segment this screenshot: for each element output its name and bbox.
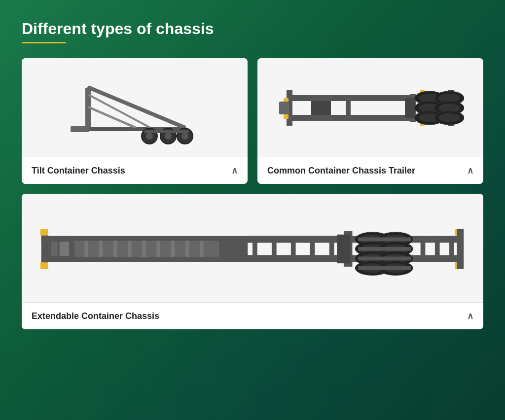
svg-rect-62 bbox=[272, 236, 277, 262]
svg-point-8 bbox=[146, 133, 153, 140]
svg-rect-52 bbox=[171, 241, 175, 257]
svg-rect-50 bbox=[142, 241, 146, 257]
svg-rect-67 bbox=[337, 235, 350, 263]
svg-rect-93 bbox=[449, 236, 454, 262]
common-chassis-svg bbox=[277, 61, 464, 154]
svg-line-4 bbox=[89, 107, 135, 127]
svg-rect-57 bbox=[60, 242, 69, 256]
svg-rect-51 bbox=[156, 241, 160, 257]
svg-rect-58 bbox=[219, 242, 248, 255]
svg-rect-56 bbox=[51, 242, 58, 256]
card-tilt-chevron: ∧ bbox=[231, 165, 238, 176]
svg-rect-49 bbox=[128, 241, 132, 257]
card-tilt-image bbox=[22, 58, 248, 157]
svg-rect-89 bbox=[358, 257, 411, 261]
svg-rect-65 bbox=[329, 236, 334, 262]
card-common-label[interactable]: Common Container Chassis Trailer ∧ bbox=[257, 157, 483, 184]
card-common: Common Container Chassis Trailer ∧ bbox=[257, 58, 483, 184]
svg-rect-47 bbox=[99, 241, 103, 257]
svg-rect-13 bbox=[144, 130, 189, 133]
svg-point-10 bbox=[165, 133, 172, 140]
svg-rect-87 bbox=[358, 238, 411, 242]
svg-rect-88 bbox=[358, 247, 411, 251]
title-underline bbox=[22, 42, 66, 43]
svg-rect-48 bbox=[113, 241, 117, 257]
card-common-chevron: ∧ bbox=[467, 165, 473, 176]
svg-rect-39 bbox=[279, 102, 289, 114]
svg-rect-44 bbox=[40, 262, 48, 269]
top-grid: Tilt Container Chassis ∧ bbox=[22, 58, 483, 184]
card-extendable-image bbox=[22, 194, 483, 302]
card-tilt-label[interactable]: Tilt Container Chassis ∧ bbox=[22, 157, 248, 184]
card-common-image bbox=[257, 58, 483, 157]
svg-rect-92 bbox=[435, 236, 440, 262]
card-extendable-label-text: Extendable Container Chassis bbox=[32, 311, 159, 321]
card-extendable-label[interactable]: Extendable Container Chassis ∧ bbox=[22, 302, 483, 329]
card-extendable-chevron: ∧ bbox=[467, 311, 473, 321]
svg-rect-64 bbox=[310, 236, 315, 262]
svg-rect-19 bbox=[346, 95, 351, 121]
svg-rect-20 bbox=[311, 101, 331, 115]
svg-rect-54 bbox=[200, 241, 204, 257]
card-extendable: Extendable Container Chassis ∧ bbox=[22, 194, 483, 329]
card-common-label-text: Common Container Chassis Trailer bbox=[267, 166, 415, 176]
svg-rect-6 bbox=[71, 126, 86, 132]
svg-rect-43 bbox=[40, 229, 48, 236]
page-title: Different types of chassis bbox=[22, 20, 483, 38]
svg-rect-70 bbox=[457, 229, 464, 269]
svg-rect-91 bbox=[421, 236, 426, 262]
svg-rect-90 bbox=[358, 266, 411, 270]
svg-point-12 bbox=[181, 133, 188, 140]
extendable-chassis-svg bbox=[36, 199, 469, 297]
svg-rect-61 bbox=[252, 236, 257, 262]
svg-rect-53 bbox=[185, 241, 189, 257]
svg-rect-26 bbox=[405, 98, 415, 118]
svg-rect-63 bbox=[291, 236, 296, 262]
svg-point-38 bbox=[438, 113, 460, 122]
tilt-chassis-svg bbox=[56, 63, 214, 152]
svg-rect-46 bbox=[84, 241, 88, 257]
card-tilt: Tilt Container Chassis ∧ bbox=[22, 58, 248, 184]
card-tilt-label-text: Tilt Container Chassis bbox=[32, 166, 125, 176]
